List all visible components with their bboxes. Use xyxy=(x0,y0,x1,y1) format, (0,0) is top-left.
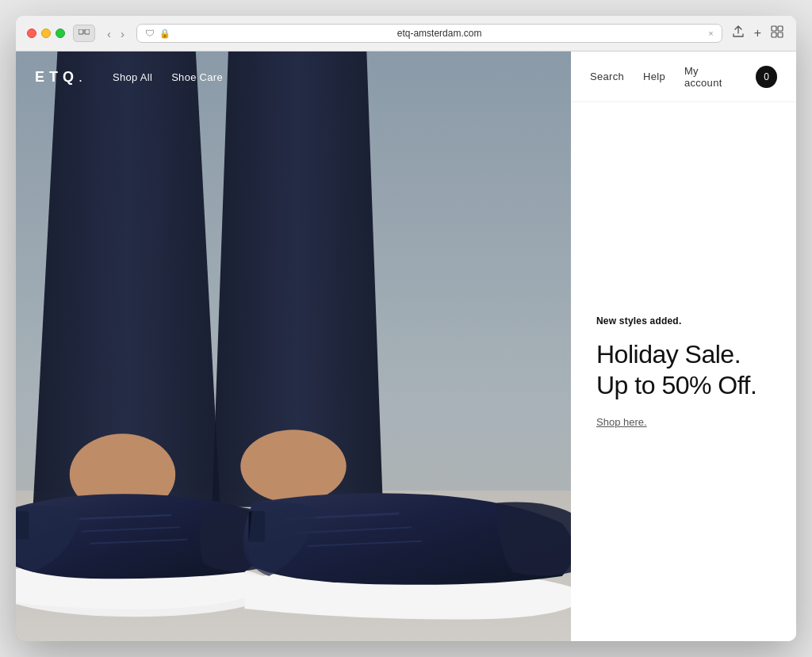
promo-eyebrow: New styles added. xyxy=(596,315,771,327)
back-button[interactable]: ‹ xyxy=(103,25,115,42)
right-panel: Search Help My account 0 New styles adde… xyxy=(571,52,796,641)
traffic-lights xyxy=(27,29,65,38)
svg-rect-3 xyxy=(778,26,783,31)
minimize-window-button[interactable] xyxy=(41,29,51,38)
promo-headline: Holiday Sale. Up to 50% Off. xyxy=(596,339,771,400)
svg-point-11 xyxy=(240,430,346,502)
security-icon: 🛡 xyxy=(145,28,155,39)
svg-rect-4 xyxy=(772,32,776,37)
close-window-button[interactable] xyxy=(27,29,36,38)
browser-actions: + xyxy=(730,24,785,43)
svg-rect-2 xyxy=(772,26,776,31)
browser-chrome: ‹ › 🛡 🔒 × + xyxy=(16,16,796,52)
maximize-window-button[interactable] xyxy=(56,29,65,38)
svg-rect-0 xyxy=(79,29,83,34)
svg-rect-1 xyxy=(85,29,90,34)
right-panel-nav: Search Help My account 0 xyxy=(571,52,796,102)
hero-image xyxy=(16,52,571,641)
address-bar[interactable] xyxy=(175,28,703,39)
browser-window: ‹ › 🛡 🔒 × + xyxy=(16,16,796,641)
grid-view-button[interactable] xyxy=(769,24,785,43)
promo-cta-link[interactable]: Shop here. xyxy=(596,416,771,428)
lock-icon: 🔒 xyxy=(159,29,170,39)
nav-shop-all[interactable]: Shop All xyxy=(113,71,152,83)
help-link[interactable]: Help xyxy=(643,71,665,82)
hero-section: ETQ. Shop All Shoe Care xyxy=(16,52,571,641)
search-link[interactable]: Search xyxy=(590,71,624,82)
site-content: ETQ. Shop All Shoe Care Search Help My a… xyxy=(16,52,796,641)
nav-links: Shop All Shoe Care xyxy=(113,71,223,83)
svg-rect-5 xyxy=(778,32,783,37)
address-bar-container[interactable]: 🛡 🔒 × xyxy=(136,24,722,43)
my-account-link[interactable]: My account xyxy=(684,65,737,89)
site-logo[interactable]: ETQ. xyxy=(35,69,87,86)
share-button[interactable] xyxy=(730,24,746,43)
promo-content: New styles added. Holiday Sale. Up to 50… xyxy=(571,102,796,641)
tab-layout-button[interactable] xyxy=(73,25,95,42)
new-tab-button[interactable]: + xyxy=(753,25,763,42)
cart-button[interactable]: 0 xyxy=(756,66,777,88)
clear-address-button[interactable]: × xyxy=(708,29,713,38)
nav-shoe-care[interactable]: Shoe Care xyxy=(171,71,223,83)
browser-nav-buttons: ‹ › xyxy=(103,25,128,42)
site-navigation: ETQ. Shop All Shoe Care xyxy=(16,52,571,102)
forward-button[interactable]: › xyxy=(117,25,128,42)
